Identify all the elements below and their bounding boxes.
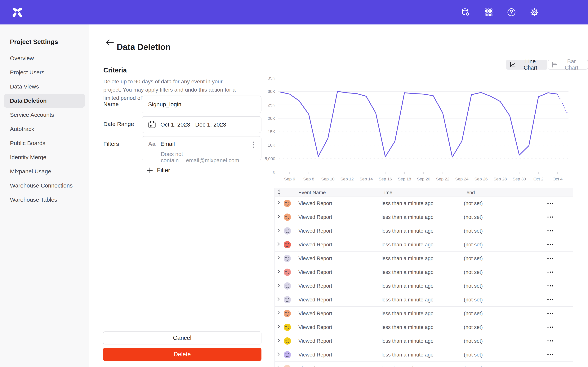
add-filter-button[interactable]: Filter [146,167,171,174]
sidebar-item-service-accounts[interactable]: Service Accounts [4,108,85,122]
end-cell: (not set) [464,200,483,206]
row-actions-ellipsis-icon[interactable] [545,243,556,246]
apps-grid-icon[interactable] [484,8,493,17]
filter-condition[interactable]: Does not containemail@mixpanel.com [161,151,261,164]
sidebar-item-autotrack[interactable]: Autotrack [4,122,85,136]
table-row[interactable]: Viewed Reportless than a minute ago(not … [275,224,573,238]
row-expand-chevron-icon[interactable] [276,324,282,330]
table-row[interactable]: Viewed Reportless than a minute ago(not … [275,265,573,279]
projected-series-line [558,94,567,113]
row-expand-chevron-icon[interactable] [276,200,282,206]
settings-sidebar: Project Settings OverviewProject UsersDa… [0,25,89,367]
table-row[interactable]: Viewed Reportless than a minute ago(not … [275,251,573,265]
filter-card[interactable]: Aa Email Does not containemail@mixpanel.… [142,136,261,160]
row-expand-chevron-icon[interactable] [276,352,282,358]
row-expand-chevron-icon[interactable] [276,310,282,316]
table-row[interactable]: Viewed Reportless than a minute ago(not … [275,197,573,210]
row-actions-ellipsis-icon[interactable] [545,326,556,329]
time-cell: less than a minute ago [381,324,433,330]
sidebar-item-warehouse-connections[interactable]: Warehouse Connections [4,179,85,193]
table-row[interactable]: Viewed Reportless than a minute ago(not … [275,238,573,251]
sidebar-item-project-users[interactable]: Project Users [4,65,85,80]
name-input[interactable]: Signup_login [142,96,261,113]
end-cell: (not set) [464,324,483,330]
y-axis-tick-label: 30K [268,89,275,94]
time-cell: less than a minute ago [381,310,433,316]
table-header: Event Name Time _end [275,188,573,197]
event-name-cell: Viewed Report [298,352,332,358]
filter-property: Email [160,141,175,147]
sidebar-title: Project Settings [10,38,89,45]
end-cell: (not set) [464,214,483,220]
x-axis-tick-label: Sep 24 [455,177,468,181]
end-cell: (not set) [464,269,483,275]
row-actions-ellipsis-icon[interactable] [545,257,556,260]
filter-kebab-menu-icon[interactable] [250,141,257,149]
avatar [284,255,291,262]
row-expand-chevron-icon[interactable] [276,366,282,367]
time-cell: less than a minute ago [381,297,433,303]
row-actions-ellipsis-icon[interactable] [545,312,556,315]
table-row[interactable]: Viewed Reportless than a minute ago(not … [275,320,573,334]
sidebar-item-data-views[interactable]: Data Views [4,80,85,94]
sidebar-item-warehouse-tables[interactable]: Warehouse Tables [4,193,85,207]
line-chart-toggle[interactable]: Line Chart [506,60,547,70]
y-axis-tick-label: 35K [268,76,275,81]
row-actions-ellipsis-icon[interactable] [545,284,556,287]
row-expand-chevron-icon[interactable] [276,228,282,234]
table-row[interactable]: Viewed Reportless than a minute ago(not … [275,293,573,307]
row-actions-ellipsis-icon[interactable] [545,202,556,205]
help-icon[interactable] [507,8,516,17]
row-expand-chevron-icon[interactable] [276,338,282,344]
row-expand-chevron-icon[interactable] [276,283,282,289]
back-button[interactable] [105,37,115,47]
event-name-cell: Viewed Report [298,366,332,367]
table-row[interactable]: Viewed Reportless than a minute ago(not … [275,279,573,293]
sort-icon[interactable] [276,189,282,196]
row-expand-chevron-icon[interactable] [276,242,282,248]
mixpanel-logo[interactable] [10,6,22,18]
end-cell: (not set) [464,255,483,261]
mixpanel-x-icon [11,6,23,18]
sidebar-item-overview[interactable]: Overview [4,51,85,65]
sidebar-item-data-deletion[interactable]: Data Deletion [4,94,85,108]
avatar [284,365,291,367]
top-navigation-bar [0,0,588,25]
cancel-button[interactable]: Cancel [103,332,261,344]
sidebar-item-public-boards[interactable]: Public Boards [4,136,85,150]
date-range-label: Date Range [103,121,134,127]
sidebar-item-mixpanel-usage[interactable]: Mixpanel Usage [4,164,85,179]
row-actions-ellipsis-icon[interactable] [545,216,556,218]
x-axis-tick-label: Sep 12 [340,177,354,181]
plus-icon [147,167,153,174]
data-connections-icon[interactable] [461,8,470,17]
x-axis-tick-label: Sep 6 [284,177,295,181]
chart-type-toggle: Line Chart Bar Chart [506,60,588,70]
event-name-cell: Viewed Report [298,255,332,261]
row-expand-chevron-icon[interactable] [276,255,282,261]
delete-button[interactable]: Delete [103,348,261,361]
table-row[interactable]: Viewed Reportless than a minute ago(not … [275,307,573,320]
table-row[interactable]: Viewed Reportless than a minute ago(not … [275,362,573,367]
settings-gear-icon[interactable] [530,8,539,17]
sidebar-item-identity-merge[interactable]: Identity Merge [4,150,85,164]
table-row[interactable]: Viewed Reportless than a minute ago(not … [275,348,573,362]
row-actions-ellipsis-icon[interactable] [545,340,556,342]
end-cell: (not set) [464,310,483,316]
time-cell: less than a minute ago [381,352,433,358]
date-range-input[interactable]: Oct 1, 2023 - Dec 1, 2023 [142,116,261,133]
table-row[interactable]: Viewed Reportless than a minute ago(not … [275,210,573,224]
row-expand-chevron-icon[interactable] [276,214,282,220]
bar-chart-toggle[interactable]: Bar Chart [548,60,588,70]
row-actions-ellipsis-icon[interactable] [545,229,556,232]
row-actions-ellipsis-icon[interactable] [545,298,556,301]
row-expand-chevron-icon[interactable] [276,269,282,275]
time-cell: less than a minute ago [381,228,433,234]
table-row[interactable]: Viewed Reportless than a minute ago(not … [275,334,573,348]
row-actions-ellipsis-icon[interactable] [545,271,556,274]
time-cell: less than a minute ago [381,200,433,206]
time-cell: less than a minute ago [381,255,433,261]
row-actions-ellipsis-icon[interactable] [545,353,556,356]
time-cell: less than a minute ago [381,366,433,367]
row-expand-chevron-icon[interactable] [276,297,282,303]
